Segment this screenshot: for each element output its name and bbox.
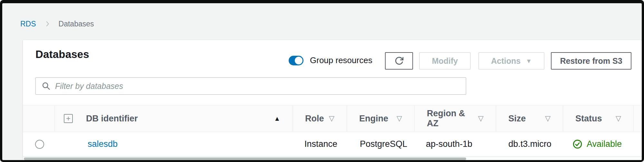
- refresh-button[interactable]: [385, 52, 413, 70]
- breadcrumb-current: Databases: [59, 20, 94, 28]
- filter-input[interactable]: [35, 77, 466, 95]
- row-filler-cell: [634, 132, 642, 156]
- expand-all-icon[interactable]: +: [64, 114, 73, 123]
- page-title: Databases: [35, 48, 89, 61]
- header-selection-cell: [23, 105, 55, 132]
- header-region-az[interactable]: Region & AZ ▽: [415, 105, 496, 132]
- actions-button-label: Actions: [491, 56, 521, 66]
- filter-box: [35, 77, 466, 95]
- row-status-cell: Available: [563, 132, 634, 156]
- actions-button[interactable]: Actions ▼: [478, 52, 544, 70]
- window-frame: RDS Databases Databases Group resources: [0, 0, 644, 162]
- rds-console-page: RDS Databases Databases Group resources: [2, 3, 642, 160]
- row-db-identifier-cell: salesdb: [55, 132, 293, 156]
- row-role-cell: Instance: [293, 132, 347, 156]
- header-size[interactable]: Size ▽: [496, 105, 563, 132]
- sort-ascending-icon[interactable]: ▲: [274, 115, 280, 122]
- row-region-az-cell: ap-south-1b: [415, 132, 496, 156]
- filter-role-icon[interactable]: ▽: [329, 114, 334, 123]
- status-badge: Available: [587, 139, 622, 149]
- databases-panel: Databases Group resources Modify Actions…: [23, 40, 642, 160]
- header-role[interactable]: Role ▽: [293, 105, 347, 132]
- table-row: salesdb Instance PostgreSQL ap-south-1b …: [23, 132, 642, 157]
- header-engine[interactable]: Engine ▽: [347, 105, 415, 132]
- filter-region-az-icon[interactable]: ▽: [478, 114, 484, 123]
- header-label-engine: Engine: [359, 114, 388, 124]
- header-status[interactable]: Status ▽: [563, 105, 634, 132]
- refresh-icon: [394, 56, 404, 66]
- filter-status-icon[interactable]: ▽: [616, 114, 621, 123]
- group-resources-toggle[interactable]: Group resources: [289, 55, 372, 65]
- filter-engine-icon[interactable]: ▽: [397, 114, 402, 123]
- breadcrumb: RDS Databases: [20, 19, 94, 29]
- header-label-region-az: Region & AZ: [427, 109, 478, 129]
- horizontal-scrollbar-thumb[interactable]: [24, 157, 466, 160]
- toggle-track[interactable]: [289, 56, 303, 65]
- filter-size-icon[interactable]: ▽: [545, 114, 551, 123]
- caret-down-icon: ▼: [526, 58, 532, 64]
- row-engine-cell: PostgreSQL: [347, 132, 415, 156]
- search-icon: [42, 81, 51, 91]
- header-filler-cell: [634, 105, 642, 132]
- db-identifier-link[interactable]: salesdb: [88, 139, 118, 149]
- check-circle-icon: [572, 139, 582, 149]
- row-radio-button[interactable]: [35, 140, 44, 149]
- row-selection-cell: [23, 132, 55, 156]
- restore-from-s3-button[interactable]: Restore from S3: [551, 52, 631, 70]
- header-label-role: Role: [305, 114, 324, 124]
- toggle-knob: [295, 57, 303, 64]
- horizontal-scrollbar[interactable]: [23, 157, 642, 160]
- modify-button[interactable]: Modify: [419, 52, 471, 70]
- table-header-row: + DB identifier ▲ Role ▽ Engine ▽ Region…: [23, 105, 642, 132]
- header-label-db-identifier: DB identifier: [86, 114, 138, 124]
- chevron-right-icon: [44, 20, 51, 27]
- databases-table: + DB identifier ▲ Role ▽ Engine ▽ Region…: [23, 105, 642, 160]
- breadcrumb-link-rds[interactable]: RDS: [20, 20, 36, 28]
- header-label-status: Status: [575, 114, 602, 124]
- toggle-label: Group resources: [310, 55, 372, 65]
- header-label-size: Size: [508, 114, 526, 124]
- header-db-identifier[interactable]: + DB identifier ▲: [55, 105, 293, 132]
- row-size-cell: db.t3.micro: [496, 132, 563, 156]
